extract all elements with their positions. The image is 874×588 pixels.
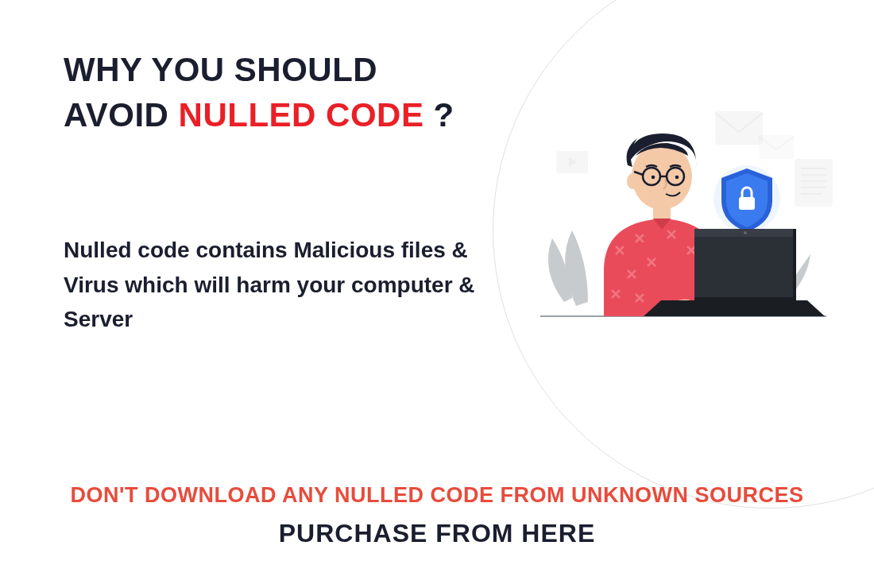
headline-line2-post: ? <box>423 96 454 133</box>
left-column: WHY YOU SHOULD AVOID NULLED CODE ? Nulle… <box>64 48 477 337</box>
footer: DON'T DOWNLOAD ANY NULLED CODE FROM UNKN… <box>0 483 874 548</box>
headline-line1: WHY YOU SHOULD <box>64 51 377 88</box>
headline-highlight: NULLED CODE <box>179 96 424 133</box>
warning-text: DON'T DOWNLOAD ANY NULLED CODE FROM UNKN… <box>0 483 874 508</box>
headline-line2-pre: AVOID <box>64 96 179 133</box>
body-text: Nulled code contains Malicious files & V… <box>64 233 477 336</box>
purchase-cta[interactable]: PURCHASE FROM HERE <box>0 519 874 548</box>
page-title: WHY YOU SHOULD AVOID NULLED CODE ? <box>64 48 477 137</box>
top-row: WHY YOU SHOULD AVOID NULLED CODE ? Nulle… <box>64 48 826 337</box>
main-content: WHY YOU SHOULD AVOID NULLED CODE ? Nulle… <box>0 0 874 337</box>
